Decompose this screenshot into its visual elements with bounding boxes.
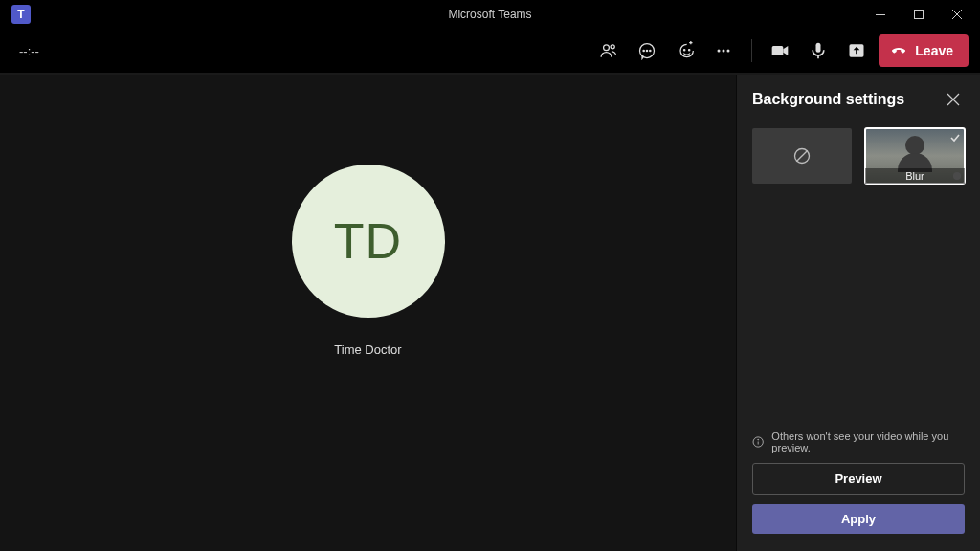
svg-point-12	[718, 50, 721, 53]
participant-name: Time Doctor	[334, 342, 401, 357]
close-panel-button[interactable]	[942, 88, 965, 111]
svg-rect-0	[876, 14, 885, 15]
none-icon	[792, 146, 812, 165]
preview-info-text: Others won't see your video while you pr…	[771, 430, 965, 453]
background-option-blur[interactable]: Blur	[865, 128, 965, 184]
share-button[interactable]	[840, 34, 873, 67]
teams-logo-icon	[11, 5, 31, 24]
reactions-button[interactable]	[669, 34, 702, 67]
meeting-toolbar: --:-- Leave	[0, 29, 980, 75]
hangup-icon	[890, 42, 907, 59]
preview-info: Others won't see your video while you pr…	[752, 430, 965, 453]
svg-point-5	[611, 45, 614, 49]
background-option-none[interactable]	[752, 128, 852, 184]
selected-check-icon	[948, 131, 962, 144]
svg-rect-15	[772, 46, 784, 55]
preview-button[interactable]: Preview	[752, 463, 965, 495]
chat-button[interactable]	[631, 34, 663, 67]
close-window-button[interactable]	[938, 0, 976, 29]
camera-button[interactable]	[764, 34, 796, 67]
minimize-button[interactable]	[861, 0, 900, 29]
toolbar-actions: Leave	[592, 34, 969, 67]
svg-point-7	[643, 50, 644, 51]
apply-button[interactable]: Apply	[752, 504, 965, 534]
leave-label: Leave	[915, 43, 953, 58]
silhouette-icon	[905, 136, 924, 155]
svg-point-4	[604, 45, 610, 51]
svg-point-14	[727, 50, 730, 53]
panel-footer: Others won't see your video while you pr…	[737, 421, 980, 551]
panel-header: Background settings	[737, 75, 980, 124]
svg-line-22	[796, 150, 808, 162]
window-titlebar: Microsoft Teams	[0, 0, 980, 29]
svg-point-8	[647, 50, 648, 51]
svg-point-11	[689, 50, 690, 51]
svg-rect-16	[816, 43, 821, 53]
blur-option-label: Blur	[865, 168, 965, 184]
participant-avatar: TD	[292, 165, 445, 318]
avatar-initials: TD	[334, 212, 402, 270]
video-stage: TD Time Doctor	[0, 75, 736, 551]
mic-button[interactable]	[802, 34, 835, 67]
background-options: Blur	[737, 124, 980, 187]
svg-rect-1	[915, 11, 924, 19]
svg-point-10	[684, 50, 685, 51]
window-controls	[861, 0, 976, 29]
background-settings-panel: Background settings Blur Others won'	[736, 75, 980, 551]
svg-point-13	[723, 50, 725, 53]
titlebar-left	[4, 5, 31, 24]
leave-button[interactable]: Leave	[879, 34, 969, 67]
participants-button[interactable]	[592, 34, 625, 67]
more-actions-button[interactable]	[707, 34, 740, 67]
panel-spacer	[737, 187, 980, 421]
main-area: TD Time Doctor Background settings Blur	[0, 75, 980, 551]
maximize-button[interactable]	[900, 0, 938, 29]
window-title: Microsoft Teams	[448, 8, 531, 21]
info-icon	[752, 435, 764, 449]
toolbar-divider	[751, 39, 752, 62]
panel-title: Background settings	[752, 91, 904, 108]
svg-point-25	[758, 439, 759, 440]
svg-point-9	[650, 50, 651, 51]
meeting-timer: --:--	[19, 44, 39, 58]
